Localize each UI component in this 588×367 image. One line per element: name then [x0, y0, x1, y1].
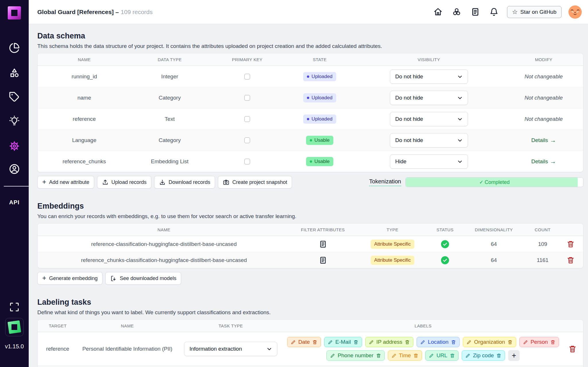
sidebar-item-settings[interactable] [0, 140, 29, 152]
label-chip[interactable]: Phone number [326, 350, 385, 361]
add-new-attribute-button[interactable]: +Add new attribute [37, 176, 94, 189]
see-downloaded-models-button[interactable]: See downloaded models [105, 272, 181, 285]
trash-icon [567, 256, 575, 264]
projects-button[interactable] [452, 7, 461, 16]
labels-line-1: Date E-Mail IP address Location Organiza… [287, 337, 559, 347]
trash-icon[interactable] [508, 340, 512, 345]
primary-key-checkbox[interactable] [244, 95, 250, 101]
visibility-dropdown[interactable]: Do not hide [390, 69, 468, 84]
col-name: NAME [78, 320, 177, 332]
create-project-snapshot-button[interactable]: Create project snapshot [218, 176, 292, 189]
table-row: reference Personal Identifiable Informat… [38, 332, 583, 366]
label-text: Zip code [473, 352, 494, 359]
user-avatar[interactable] [568, 5, 582, 19]
chevron-down-icon [457, 116, 463, 122]
details-link[interactable]: Details→ [531, 137, 556, 144]
embeddings-description: You can enrich your records with embeddi… [37, 213, 583, 220]
details-link[interactable]: Details→ [531, 158, 556, 165]
trash-icon[interactable] [353, 340, 358, 345]
trash-icon[interactable] [312, 340, 317, 345]
tokenization-label[interactable]: Tokenization [369, 178, 401, 186]
label-chip[interactable]: Organization [463, 337, 516, 347]
brand-logo-button[interactable] [0, 318, 29, 336]
labels-cell: Date E-Mail IP address Location Organiza… [287, 337, 559, 361]
visibility-dropdown[interactable]: Do not hide [390, 133, 468, 147]
sidebar-item-api[interactable]: API [0, 199, 29, 206]
delete-embedding-button[interactable] [567, 256, 575, 264]
sidebar-item-heuristics[interactable] [0, 115, 29, 127]
trash-icon[interactable] [496, 353, 501, 358]
app-logo-icon [8, 6, 21, 20]
dimensionality-value: 64 [491, 241, 497, 247]
gear-icon [9, 140, 20, 152]
sidebar-item-labeling[interactable] [0, 92, 29, 102]
embedding-type-badge: Attribute Specific [371, 256, 414, 265]
delete-embedding-button[interactable] [567, 240, 575, 248]
trash-icon [567, 240, 575, 248]
label-text: IP address [376, 339, 402, 345]
add-label-button[interactable]: + [508, 350, 520, 361]
label-chip[interactable]: Time [388, 350, 422, 361]
visibility-dropdown[interactable]: Hide [390, 154, 468, 169]
label-chip[interactable]: E-Mail [324, 337, 362, 347]
label-chip[interactable]: Date [287, 337, 321, 347]
trash-icon[interactable] [450, 353, 455, 358]
trash-icon[interactable] [413, 353, 418, 358]
expand-icon [9, 302, 20, 312]
document-lines-icon [319, 240, 327, 248]
label-chip[interactable]: Zip code [462, 350, 505, 361]
filter-attributes-button[interactable] [319, 256, 327, 264]
maximize-screen-button[interactable] [0, 302, 29, 312]
label-chip[interactable]: URL [425, 350, 459, 361]
primary-key-checkbox[interactable] [244, 159, 250, 164]
plus-icon: + [42, 178, 46, 185]
visibility-dropdown[interactable]: Do not hide [390, 91, 468, 105]
chevron-down-icon [457, 95, 463, 101]
tag-icon [9, 92, 20, 102]
embedding-type-badge: Attribute Specific [371, 240, 414, 249]
delete-task-button[interactable] [568, 345, 577, 353]
home-button[interactable] [434, 7, 442, 16]
status-success-icon [441, 240, 449, 248]
task-type-value: Information extraction [189, 346, 242, 352]
task-type-dropdown[interactable]: Information extraction [184, 342, 277, 356]
sidebar-item-overview[interactable] [0, 42, 29, 53]
generate-embedding-button[interactable]: +Generate embedding [37, 272, 102, 285]
labeling-tasks-section: Labeling tasks Define what kind of thing… [37, 298, 583, 367]
table-row: running_id Integer Uploaded Do not hide … [38, 66, 583, 87]
app-logo[interactable] [0, 6, 29, 20]
label-chip[interactable]: Person [519, 337, 559, 347]
star-icon: ☆ [512, 9, 518, 15]
primary-key-checkbox[interactable] [244, 137, 250, 143]
col-modify: MODIFY [504, 53, 583, 65]
upload-records-button[interactable]: Upload records [97, 176, 151, 189]
notifications-button[interactable] [490, 7, 498, 16]
pie-chart-icon [9, 42, 20, 53]
trash-icon[interactable] [451, 340, 456, 345]
trash-icon[interactable] [550, 340, 555, 345]
filter-attributes-button[interactable] [319, 240, 327, 248]
embedding-name: reference_chunks-classification-huggingf… [81, 257, 247, 263]
sidebar-item-admin[interactable] [0, 163, 29, 175]
state-badge: Usable [306, 136, 333, 145]
label-chip[interactable]: Location [417, 337, 460, 347]
check-icon [442, 257, 448, 263]
sidebar-item-data-browser[interactable] [0, 67, 29, 78]
col-name: NAME [38, 224, 290, 236]
pencil-icon [392, 353, 396, 358]
visibility-dropdown[interactable]: Do not hide [390, 112, 468, 126]
trash-icon[interactable] [405, 340, 410, 345]
primary-key-checkbox[interactable] [244, 74, 250, 79]
col-target: TARGET [38, 320, 78, 332]
col-task-type: TASK TYPE [177, 320, 285, 332]
star-on-github-button[interactable]: ☆ Star on GitHub [507, 6, 562, 18]
upload-icon [102, 179, 109, 186]
trash-icon[interactable] [376, 353, 381, 358]
state-dot [310, 139, 312, 141]
docs-button[interactable] [471, 7, 480, 16]
label-chip[interactable]: IP address [365, 337, 413, 347]
col-state: STATE [286, 53, 353, 65]
primary-key-checkbox[interactable] [244, 116, 250, 122]
download-records-button[interactable]: Download records [154, 176, 215, 189]
embeddings-heading: Embeddings [37, 202, 583, 211]
